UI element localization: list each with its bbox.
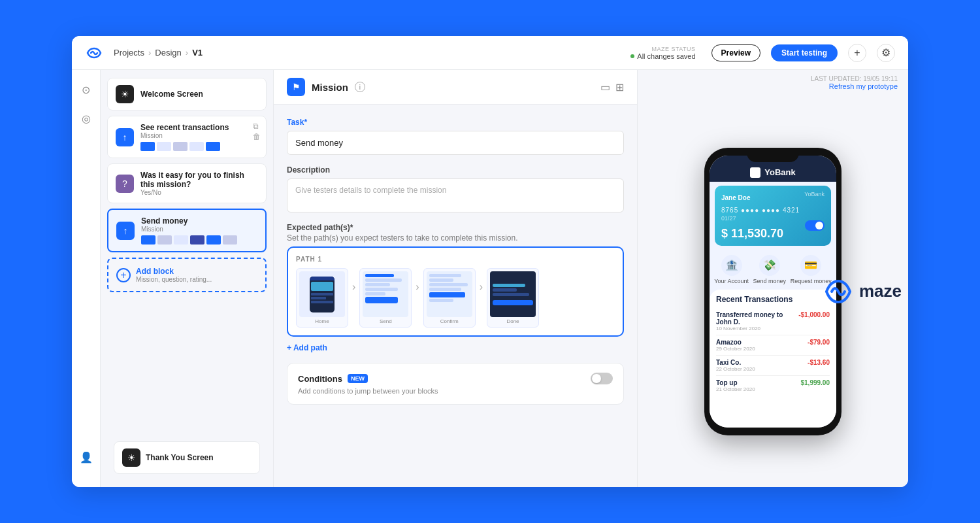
path-1-card: PATH 1 xyxy=(287,246,624,337)
card-toggle[interactable] xyxy=(805,220,825,231)
right-panel: LAST UPDATED: 19/05 19:11 Refresh my pro… xyxy=(637,70,908,487)
send-money-thumb xyxy=(141,235,257,245)
prototype-header: LAST UPDATED: 19/05 19:11 Refresh my pro… xyxy=(638,70,908,95)
left-panel: ☀ Welcome Screen ↑ See recent transactio… xyxy=(101,70,274,487)
path-screen-3[interactable]: Confirm xyxy=(423,268,476,328)
welcome-screen-block[interactable]: ☀ Welcome Screen xyxy=(107,78,267,110)
sidebar-icons: ⊙ ◎ 👤 xyxy=(72,70,101,487)
copy-icon[interactable]: ⧉ xyxy=(253,122,261,131)
tx-name-1: Amazoo xyxy=(716,339,755,346)
card-balance: $ 11,530.70 xyxy=(721,227,783,241)
breadcrumb-v1: V1 xyxy=(192,48,203,58)
tx-date-3: 21 October 2020 xyxy=(716,386,755,392)
add-path-button[interactable]: + Add path xyxy=(287,343,624,352)
path-screen-2[interactable]: Send xyxy=(359,268,412,328)
mission-title: Mission xyxy=(312,82,348,93)
path-screen-4[interactable]: Done xyxy=(487,268,539,328)
settings-button[interactable]: ⚙ xyxy=(877,44,895,62)
phone-display: YoBank Jane Doe YoBank 8765 ●●●● ●●●● 43… xyxy=(638,95,908,487)
phone-screen: YoBank Jane Doe YoBank 8765 ●●●● ●●●● 43… xyxy=(710,156,836,428)
tx-amount-3: $1,999.00 xyxy=(801,379,830,386)
path-1-label: PATH 1 xyxy=(296,256,615,263)
mission-header: ⚑ Mission i ▭ ⊞ xyxy=(274,70,637,105)
sidebar-icon-profile[interactable]: 👤 xyxy=(77,448,95,466)
card-holder-name: Jane Doe xyxy=(721,194,750,201)
mission-view-icon[interactable]: ▭ xyxy=(600,81,610,93)
preview-button[interactable]: Preview xyxy=(711,44,760,61)
transactions-title: Recent Transactions xyxy=(716,295,830,304)
center-content: Task* Send money Description Give tester… xyxy=(274,105,637,487)
see-recent-sub: Mission xyxy=(140,132,258,139)
tx-amount-1: -$79.00 xyxy=(808,339,830,346)
path-screen-1[interactable]: Home xyxy=(296,268,348,328)
send-money-block[interactable]: ↑ Send money Mission xyxy=(107,209,267,252)
was-it-easy-sub: Yes/No xyxy=(140,189,258,196)
phone-card: Jane Doe YoBank 8765 ●●●● ●●●● 4321 01/2… xyxy=(715,186,831,246)
description-label: Description xyxy=(287,165,624,175)
phone-action-account[interactable]: 🏦 Your Account xyxy=(714,255,749,284)
sidebar-icon-info[interactable]: ◎ xyxy=(77,109,95,127)
tx-name-2: Taxi Co. xyxy=(716,359,755,366)
was-it-easy-icon: ? xyxy=(116,175,134,193)
card-bank-tag: YoBank xyxy=(804,191,825,197)
add-block-button[interactable]: + Add block Mission, question, rating... xyxy=(107,258,267,292)
tx-date-1: 29 October 2020 xyxy=(716,346,755,352)
see-recent-block[interactable]: ↑ See recent transactions Mission ⧉ 🗑 xyxy=(107,116,267,158)
path-1-screens: Home › xyxy=(296,268,615,328)
expected-paths-sub: Set the path(s) you expect testers to ta… xyxy=(287,233,624,243)
send-money-icon: 💸 xyxy=(759,255,780,276)
card-number: 8765 ●●●● ●●●● 4321 xyxy=(721,207,825,214)
prototype-refresh-button[interactable]: Refresh my prototype xyxy=(811,82,898,90)
see-recent-title: See recent transactions xyxy=(140,123,258,132)
phone-action-send[interactable]: 💸 Send money xyxy=(753,255,787,284)
sidebar-icon-users[interactable]: ⊙ xyxy=(77,80,95,99)
description-textarea[interactable]: Give testers details to complete the mis… xyxy=(287,178,624,212)
add-block-icon: + xyxy=(116,268,131,282)
request-money-icon: 💳 xyxy=(800,255,821,276)
add-block-sub: Mission, question, rating... xyxy=(136,276,212,283)
see-recent-actions: ⧉ 🗑 xyxy=(253,122,261,141)
conditions-toggle[interactable] xyxy=(591,373,613,384)
add-button[interactable]: + xyxy=(848,44,866,62)
start-testing-button[interactable]: Start testing xyxy=(771,44,838,61)
expected-paths-label: Expected path(s)* xyxy=(287,223,624,232)
send-money-title: Send money xyxy=(141,216,257,226)
send-money-sub: Mission xyxy=(141,226,257,233)
thank-you-block[interactable]: ☀ Thank You Screen xyxy=(114,441,260,474)
tx-name-3: Top up xyxy=(716,379,755,386)
breadcrumb-projects[interactable]: Projects xyxy=(114,48,144,58)
conditions-section: Conditions NEW Add conditions to jump be… xyxy=(287,363,624,405)
was-it-easy-title: Was it easy for you to finish this missi… xyxy=(140,171,258,189)
tx-date-2: 22 October 2020 xyxy=(716,366,755,372)
was-it-easy-block[interactable]: ? Was it easy for you to finish this mis… xyxy=(107,163,267,203)
task-label: Task* xyxy=(287,118,624,127)
body: ⊙ ◎ 👤 ☀ Welcome Screen ↑ See recent tran… xyxy=(72,70,908,487)
phone-notch xyxy=(747,148,799,162)
mission-icon: ⚑ xyxy=(287,78,305,96)
mission-list-icon[interactable]: ⊞ xyxy=(615,81,624,93)
task-field-group: Task* Send money xyxy=(287,118,624,155)
account-icon: 🏦 xyxy=(721,255,742,276)
send-money-icon: ↑ xyxy=(116,222,135,240)
prototype-updated: LAST UPDATED: 19/05 19:11 xyxy=(811,75,898,82)
expected-paths-group: Expected path(s)* Set the path(s) you ex… xyxy=(287,223,624,352)
tx-date-0: 10 November 2020 xyxy=(716,326,798,331)
phone-bank-logo: YoBank xyxy=(750,167,795,178)
transaction-item-3: Top up 21 October 2020 $1,999.00 xyxy=(716,376,830,396)
welcome-screen-icon: ☀ xyxy=(116,85,134,103)
task-input[interactable]: Send money xyxy=(287,131,624,155)
add-block-label: Add block xyxy=(136,267,212,276)
conditions-new-badge: NEW xyxy=(348,374,368,383)
bank-logo-square xyxy=(750,167,760,178)
mission-info-icon[interactable]: i xyxy=(355,82,365,92)
see-recent-thumb xyxy=(140,142,258,151)
app-logo xyxy=(85,46,103,59)
transaction-item-0: Transferred money to John D. 10 November… xyxy=(716,308,830,335)
breadcrumb-design[interactable]: Design xyxy=(155,48,181,58)
delete-icon[interactable]: 🗑 xyxy=(253,132,261,141)
header: Projects › Design › V1 MAZE STATUS All c… xyxy=(72,36,908,70)
conditions-title: Conditions xyxy=(298,374,342,384)
toggle-knob xyxy=(592,374,601,383)
maze-wordmark: maze xyxy=(823,278,902,305)
thank-you-title: Thank You Screen xyxy=(146,453,214,462)
